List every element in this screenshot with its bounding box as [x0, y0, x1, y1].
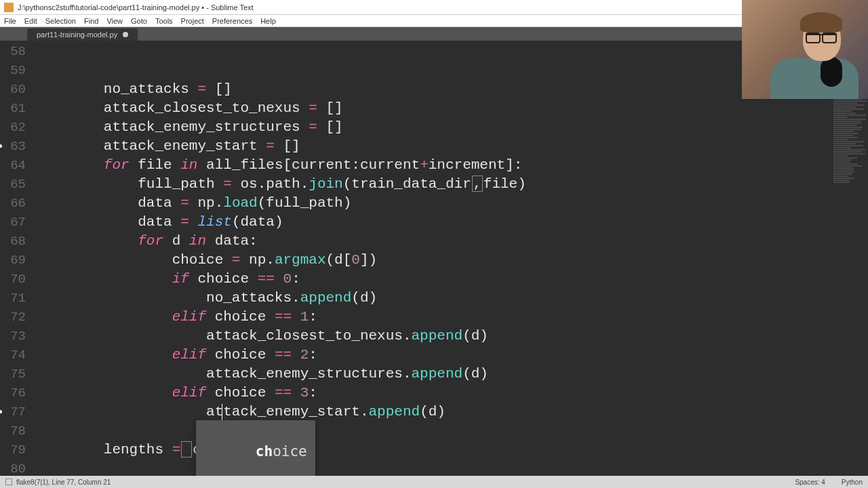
line-number: 63 — [0, 137, 26, 156]
line-number: 71 — [0, 289, 26, 308]
menu-tools[interactable]: Tools — [155, 17, 173, 25]
code-line[interactable]: attack_enemy_structures.append(d) — [35, 365, 868, 384]
code-line[interactable]: elif choice == 1: — [35, 308, 868, 327]
line-number: 66 — [0, 194, 26, 213]
code-line[interactable]: attack_enemy_structures = [] — [35, 118, 868, 137]
line-number: 76 — [0, 384, 26, 403]
title-bar: J:\pythonsc2stuff\tutorial-code\part11-t… — [0, 0, 868, 15]
modified-line-dot-icon — [0, 410, 2, 413]
menu-bar: File Edit Selection Find View Goto Tools… — [0, 15, 868, 27]
code-line[interactable]: for d in data: — [35, 232, 868, 251]
status-bar: flake8(7|1), Line 77, Column 21 Spaces: … — [0, 476, 868, 488]
menu-project[interactable]: Project — [181, 17, 204, 25]
dirty-indicator-icon — [123, 32, 128, 37]
tab-strip: part11-training-model.py — [0, 27, 868, 41]
code-line[interactable]: data = np.load(full_path) — [35, 194, 868, 213]
line-number: 58 — [0, 42, 26, 61]
menu-help[interactable]: Help — [260, 17, 276, 25]
code-line[interactable]: attack_closest_to_nexus.append(d) — [35, 327, 868, 346]
code-line[interactable]: elif choice == 2: — [35, 346, 868, 365]
code-line[interactable]: no_attacks.append(d) — [35, 289, 868, 308]
text-cursor — [222, 404, 222, 420]
line-number: 79 — [0, 441, 26, 460]
menu-preferences[interactable]: Preferences — [212, 17, 252, 25]
line-number-gutter: 5859606162636465666768697071727374757677… — [0, 41, 35, 476]
code-area[interactable]: no_attacks = [] attack_closest_to_nexus … — [35, 41, 868, 476]
line-number: 72 — [0, 308, 26, 327]
line-number: 62 — [0, 118, 26, 137]
status-icon[interactable] — [5, 479, 12, 485]
autocomplete-match: ch — [256, 443, 273, 460]
code-line[interactable]: attack_enemy_start = [] — [35, 137, 868, 156]
line-number: 68 — [0, 232, 26, 251]
code-line[interactable]: lengths = ch — [35, 441, 868, 460]
window-title: J:\pythonsc2stuff\tutorial-code\part11-t… — [18, 3, 254, 12]
code-line[interactable]: elif choice == 3: — [35, 384, 868, 403]
autocomplete-popup[interactable]: choice — [196, 420, 315, 476]
line-number: 74 — [0, 346, 26, 365]
code-line[interactable] — [35, 460, 868, 476]
line-number: 75 — [0, 365, 26, 384]
menu-goto[interactable]: Goto — [131, 17, 147, 25]
tab-label: part11-training-model.py — [37, 30, 117, 39]
menu-edit[interactable]: Edit — [24, 17, 37, 25]
line-number: 64 — [0, 156, 26, 175]
line-number: 67 — [0, 213, 26, 232]
menu-file[interactable]: File — [4, 17, 16, 25]
code-line[interactable]: if choice == 0: — [35, 270, 868, 289]
code-line[interactable]: full_path = os.path.join(train_data_dir,… — [35, 175, 868, 194]
line-number: 70 — [0, 270, 26, 289]
line-number: 69 — [0, 251, 26, 270]
code-line[interactable]: for file in all_files[current:current+in… — [35, 156, 868, 175]
status-indent[interactable]: Spaces: 4 — [795, 479, 825, 486]
line-number: 73 — [0, 327, 26, 346]
menu-find[interactable]: Find — [84, 17, 98, 25]
code-line[interactable] — [35, 422, 868, 441]
line-number: 77 — [0, 403, 26, 422]
autocomplete-rest: oice — [273, 443, 307, 460]
webcam-overlay — [742, 0, 868, 99]
app-icon — [4, 3, 14, 12]
status-syntax[interactable]: Python — [842, 479, 863, 486]
code-line[interactable]: attack_enemy_start.append(d) — [35, 403, 868, 422]
line-number: 65 — [0, 175, 26, 194]
line-number: 59 — [0, 61, 26, 80]
minimap[interactable] — [831, 41, 868, 476]
code-line[interactable]: attack_closest_to_nexus = [] — [35, 99, 868, 118]
menu-selection[interactable]: Selection — [45, 17, 76, 25]
modified-line-dot-icon — [0, 144, 2, 148]
line-number: 60 — [0, 80, 26, 99]
line-number: 61 — [0, 99, 26, 118]
status-position[interactable]: flake8(7|1), Line 77, Column 21 — [16, 479, 111, 486]
line-number: 78 — [0, 422, 26, 441]
tab-file[interactable]: part11-training-model.py — [27, 28, 138, 41]
editor[interactable]: 5859606162636465666768697071727374757677… — [0, 41, 868, 476]
code-line[interactable]: choice = np.argmax(d[0]) — [35, 251, 868, 270]
code-line[interactable]: data = list(data) — [35, 213, 868, 232]
menu-view[interactable]: View — [106, 17, 123, 25]
